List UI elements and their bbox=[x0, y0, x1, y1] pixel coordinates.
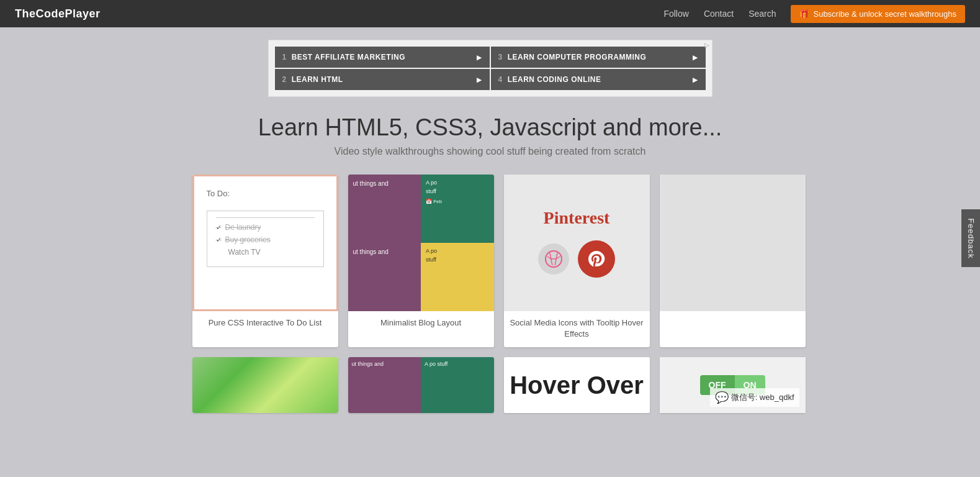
card-todo[interactable]: To Do: ✓ De laundry ✓ Buy groceries Watc… bbox=[192, 175, 338, 347]
main-content: ▷ 1BEST AFFILIATE MARKETING ▶ 3LEARN COM… bbox=[0, 27, 980, 432]
feedback-button[interactable]: Feedback bbox=[961, 209, 980, 267]
blank-thumb bbox=[660, 175, 806, 311]
ad-tag: ▷ bbox=[702, 40, 712, 50]
hover-title: Hover Over bbox=[510, 373, 644, 398]
ad-item-1[interactable]: 1BEST AFFILIATE MARKETING ▶ bbox=[275, 47, 490, 68]
card-hover[interactable]: Hover Over bbox=[504, 357, 650, 413]
ad-arrow-1: ▶ bbox=[477, 54, 482, 61]
pinterest-icon bbox=[578, 240, 615, 278]
green-thumb bbox=[192, 357, 338, 413]
blog-cell-4: A postuff bbox=[421, 243, 494, 311]
todo-list: ✓ De laundry ✓ Buy groceries Watch TV bbox=[207, 211, 324, 267]
nav-search[interactable]: Search bbox=[748, 9, 776, 19]
toggle-on-label[interactable]: ON bbox=[735, 375, 765, 395]
card-toggle[interactable]: OFF ON 💬 微信号: web_qdkf bbox=[660, 357, 806, 413]
nav-follow[interactable]: Follow bbox=[663, 9, 688, 19]
blog2-cell-right: A po stuff bbox=[421, 357, 494, 413]
subscribe-button[interactable]: 🎁 Subscribe & unlock secret walkthroughs bbox=[791, 5, 965, 23]
site-brand[interactable]: TheCodePlayer bbox=[15, 7, 101, 20]
ad-banner: ▷ 1BEST AFFILIATE MARKETING ▶ 3LEARN COM… bbox=[268, 40, 713, 97]
todo-item-groceries: ✓ Buy groceries bbox=[216, 235, 315, 244]
card-blog[interactable]: ut things and A postuff 📅 Feb ut things … bbox=[348, 175, 494, 347]
card-green[interactable] bbox=[192, 357, 338, 413]
blog2-thumb: ut things and A po stuff bbox=[348, 357, 494, 413]
toggle-off-label[interactable]: OFF bbox=[700, 375, 735, 395]
todo-divider bbox=[216, 217, 315, 218]
nav-contact[interactable]: Contact bbox=[704, 9, 734, 19]
pinterest-thumb: Pinterest bbox=[504, 175, 650, 311]
dribbble-icon bbox=[538, 243, 569, 275]
check-icon-1: ✓ bbox=[216, 224, 222, 232]
ad-item-2[interactable]: 2LEARN HTML ▶ bbox=[275, 69, 490, 90]
navbar-right: Follow Contact Search 🎁 Subscribe & unlo… bbox=[663, 5, 965, 23]
hover-thumb: Hover Over bbox=[504, 357, 650, 413]
ad-grid: 1BEST AFFILIATE MARKETING ▶ 3LEARN COMPU… bbox=[269, 40, 712, 96]
hero-subtitle: Video style walkthroughs showing cool st… bbox=[335, 146, 646, 157]
gift-icon: 🎁 bbox=[799, 9, 809, 19]
ad-arrow-4: ▶ bbox=[693, 76, 698, 83]
card-grid-row1: To Do: ✓ De laundry ✓ Buy groceries Watc… bbox=[180, 175, 801, 347]
navbar: TheCodePlayer Follow Contact Search 🎁 Su… bbox=[0, 0, 980, 27]
blog-thumb: ut things and A postuff 📅 Feb ut things … bbox=[348, 175, 494, 311]
blog-cell-1: ut things and bbox=[348, 175, 421, 243]
check-icon-2: ✓ bbox=[216, 236, 222, 244]
ad-arrow-2: ▶ bbox=[477, 76, 482, 83]
todo-thumb: To Do: ✓ De laundry ✓ Buy groceries Watc… bbox=[192, 175, 338, 311]
card-blog2[interactable]: ut things and A po stuff bbox=[348, 357, 494, 413]
card-pinterest[interactable]: Pinterest bbox=[504, 175, 650, 347]
blog-cell-2: A postuff 📅 Feb bbox=[421, 175, 494, 243]
ad-item-3[interactable]: 3LEARN COMPUTER PROGRAMMING ▶ bbox=[491, 47, 706, 68]
pinterest-icons bbox=[538, 240, 615, 278]
card-grid-row2: ut things and A po stuff Hover Over OFF … bbox=[180, 357, 801, 413]
todo-item-tv: Watch TV bbox=[216, 248, 315, 257]
blank-card-label bbox=[660, 311, 806, 325]
pinterest-card-label: Social Media Icons with Tooltip Hover Ef… bbox=[504, 311, 650, 347]
blog-cell-3: ut things and bbox=[348, 243, 421, 311]
hero-title: Learn HTML5, CSS3, Javascript and more..… bbox=[258, 114, 722, 141]
toggle-thumb: OFF ON bbox=[660, 357, 806, 413]
blog-card-label: Minimalist Blog Layout bbox=[348, 311, 494, 336]
todo-card-label: Pure CSS Interactive To Do List bbox=[192, 311, 338, 336]
ad-arrow-3: ▶ bbox=[693, 54, 698, 61]
blog2-cell-left: ut things and bbox=[348, 357, 421, 413]
pinterest-title: Pinterest bbox=[544, 208, 610, 228]
ad-item-4[interactable]: 4LEARN CODING ONLINE ▶ bbox=[491, 69, 706, 90]
todo-item-laundry: ✓ De laundry bbox=[216, 223, 315, 232]
card-blank[interactable] bbox=[660, 175, 806, 347]
todo-header: To Do: bbox=[207, 189, 324, 198]
